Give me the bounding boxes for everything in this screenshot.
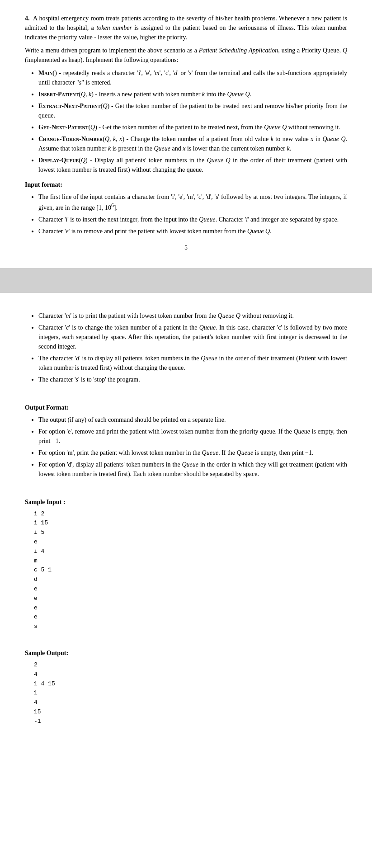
op-extract: Extract-Next-Patient(Q) - Get the token … — [38, 101, 347, 120]
input-item-3: Character 'e' is to remove and print the… — [38, 226, 347, 236]
sample-input-line-6: m — [34, 557, 347, 566]
bottom-item-c: Character 'c' is to change the token num… — [38, 323, 347, 351]
bottom-item-d: The character 'd' is to display all pati… — [38, 354, 347, 373]
sample-input-line-11: e — [34, 604, 347, 613]
page-separator — [0, 268, 372, 293]
op-display-label: Display-Queue — [38, 157, 79, 164]
question-intro: 4. A hospital emergency room treats pati… — [25, 14, 347, 42]
app-name-italic: Patient Scheduling Application — [199, 47, 278, 54]
sample-input-line-12: e — [34, 613, 347, 622]
sample-output-block: 2 4 1 4 15 1 4 15 -1 — [34, 660, 347, 726]
sample-input-line-13: s — [34, 622, 347, 632]
sample-output-line-1: 2 — [34, 660, 347, 670]
sample-input-line-7: c 5 1 — [34, 566, 347, 575]
op-main: Main() - repeatedly reads a character 'i… — [38, 68, 347, 87]
input-item-2: Character 'i' is to insert the next inte… — [38, 215, 347, 224]
op-insert-label: Insert-Patient — [38, 91, 79, 98]
input-item-1: The first line of the input contains a c… — [38, 192, 347, 212]
bottom-item-m: Character 'm' is to print the patient wi… — [38, 311, 347, 321]
output-format-list: The output (if any) of each command shou… — [38, 415, 347, 479]
bottom-item-s: The character 's' is to 'stop' the progr… — [38, 375, 347, 384]
question-number: 4. — [25, 15, 30, 22]
output-format-header: Output Format: — [25, 403, 347, 412]
page-bottom: Character 'm' is to print the patient wi… — [0, 293, 372, 742]
page-number: 5 — [25, 243, 347, 252]
op-display: Display-Queue(Q) - Display all patients'… — [38, 156, 347, 175]
sample-output-header: Sample Output: — [25, 648, 347, 658]
op-main-label: Main — [38, 70, 53, 76]
sample-input-line-3: i 5 — [34, 528, 347, 538]
input-format-list: The first line of the input contains a c… — [38, 192, 347, 236]
page-top: 4. A hospital emergency room treats pati… — [0, 0, 372, 268]
token-number-italic: token number — [96, 24, 132, 31]
op-insert: Insert-Patient(Q, k) - Inserts a new pat… — [38, 90, 347, 99]
op-change-label: Change-Token-Number — [38, 136, 103, 142]
op-extract-label: Extract-Next-Patient — [38, 103, 101, 109]
sample-output-line-4: 1 — [34, 689, 347, 698]
op-change: Change-Token-Number(Q, k, x) - Change th… — [38, 134, 347, 153]
output-item-4: For option 'd', display all patients' to… — [38, 460, 347, 479]
sample-output-line-2: 4 — [34, 670, 347, 679]
sample-input-line-10: e — [34, 594, 347, 604]
sample-input-line-5: i 4 — [34, 547, 347, 557]
bottom-list: Character 'm' is to print the patient wi… — [38, 311, 347, 384]
sample-output-line-3: 1 4 15 — [34, 679, 347, 689]
sample-input-line-4: e — [34, 538, 347, 547]
sample-input-header: Sample Input : — [25, 497, 347, 507]
sample-output-line-5: 4 — [34, 698, 347, 708]
output-item-2: For option 'e', remove and print the pat… — [38, 427, 347, 446]
sample-output-line-6: 15 — [34, 708, 347, 717]
op-get-label: Get-Next-Patient — [38, 124, 88, 131]
sample-input-line-8: d — [34, 575, 347, 585]
op-get: Get-Next-Patient(Q) - Get the token numb… — [38, 123, 347, 132]
question-body: Write a menu driven program to implement… — [25, 46, 347, 65]
page: 4. A hospital emergency room treats pati… — [0, 0, 372, 742]
sample-output-line-7: -1 — [34, 717, 347, 726]
sample-input-line-9: e — [34, 585, 347, 594]
output-item-3: For option 'm', print the patient with l… — [38, 448, 347, 458]
sample-input-line-1: i 2 — [34, 509, 347, 519]
operations-list: Main() - repeatedly reads a character 'i… — [38, 68, 347, 175]
sample-input-line-2: i 15 — [34, 519, 347, 528]
input-format-header: Input format: — [25, 180, 347, 189]
output-item-1: The output (if any) of each command shou… — [38, 415, 347, 425]
sample-input-block: i 2 i 15 i 5 e i 4 m c 5 1 d e e e e s — [34, 509, 347, 632]
